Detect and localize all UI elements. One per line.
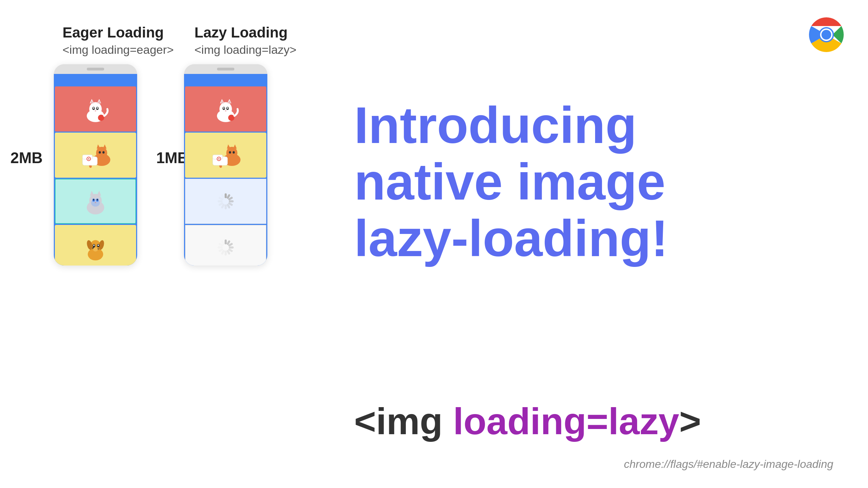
intro-line2: native image (354, 154, 812, 210)
flag-url: chrome://flags/#enable-lazy-image-loadin… (624, 458, 833, 471)
lazy-loading-code: <img loading=lazy> (194, 43, 297, 57)
code-line: <img loading=lazy> (354, 399, 701, 443)
svg-rect-69 (225, 193, 227, 198)
svg-marker-62 (233, 144, 237, 149)
eager-size-label: 2MB (10, 149, 43, 167)
svg-point-16 (96, 147, 107, 159)
svg-point-20 (102, 151, 105, 153)
eager-phone (54, 64, 137, 266)
phone-top-lazy (184, 64, 267, 74)
svg-rect-87 (225, 251, 227, 255)
code-close-tag: > (679, 400, 701, 442)
svg-point-64 (233, 151, 235, 153)
svg-point-4 (89, 102, 102, 116)
svg-point-63 (229, 151, 231, 153)
svg-point-57 (225, 110, 227, 112)
phone-speaker-eager (87, 68, 104, 70)
code-loading-attr: loading=lazy (453, 400, 679, 442)
svg-marker-28 (97, 191, 101, 195)
eager-loading-title: Eager Loading (62, 24, 174, 41)
svg-point-34 (95, 202, 97, 203)
eager-tile-4 (55, 225, 136, 266)
svg-point-48 (219, 102, 232, 116)
svg-point-60 (226, 147, 237, 159)
phone-header-lazy (184, 74, 267, 86)
svg-point-41 (93, 245, 95, 246)
phone-top-eager (54, 64, 137, 74)
phone-content-eager (54, 86, 137, 266)
svg-point-19 (99, 151, 101, 153)
eager-tile-3 (55, 179, 136, 224)
intro-line3: lazy-loading! (354, 210, 812, 267)
lazy-spinner-2 (185, 225, 266, 266)
eager-tile-1 (55, 86, 136, 132)
intro-text-block: Introducing native image lazy-loading! (354, 97, 812, 267)
svg-point-55 (223, 107, 225, 109)
code-img-tag: <img (354, 400, 453, 442)
svg-marker-17 (97, 144, 101, 149)
eager-loading-section: Eager Loading <img loading=eager> (62, 24, 174, 57)
svg-rect-22 (83, 155, 92, 159)
chrome-logo (806, 14, 847, 56)
svg-rect-90 (218, 246, 223, 249)
lazy-loading-title: Lazy Loading (194, 24, 297, 41)
lazy-tile-2 (185, 133, 266, 178)
eager-loading-code: <img loading=eager> (62, 43, 174, 57)
svg-point-11 (93, 107, 94, 109)
lazy-size-label: 1MB (156, 149, 189, 167)
phone-content-lazy (184, 86, 267, 266)
svg-rect-84 (229, 246, 234, 249)
svg-point-24 (88, 158, 90, 160)
svg-rect-81 (225, 239, 227, 244)
lazy-loading-section: Lazy Loading <img loading=lazy> (194, 24, 297, 57)
svg-point-13 (95, 110, 97, 112)
phone-header-eager (54, 74, 137, 86)
svg-rect-75 (225, 204, 227, 209)
intro-line1: Introducing (354, 97, 812, 154)
lazy-spinner-1 (185, 179, 266, 224)
svg-marker-27 (90, 191, 94, 195)
svg-marker-61 (227, 144, 231, 149)
svg-rect-66 (213, 155, 223, 159)
svg-point-58 (228, 115, 234, 121)
svg-point-42 (98, 245, 99, 246)
svg-point-14 (98, 115, 104, 121)
lazy-tile-1 (185, 86, 266, 132)
svg-point-32 (93, 199, 94, 201)
svg-point-2 (821, 30, 831, 40)
svg-point-33 (97, 199, 98, 201)
svg-point-56 (227, 107, 228, 109)
svg-rect-72 (229, 200, 234, 202)
svg-marker-18 (103, 144, 107, 149)
svg-point-68 (218, 158, 220, 160)
svg-point-46 (93, 247, 98, 251)
phone-speaker-lazy (217, 68, 234, 70)
svg-rect-78 (218, 200, 223, 202)
eager-tile-2 (55, 133, 136, 178)
lazy-phone (184, 64, 267, 266)
svg-point-12 (97, 107, 98, 109)
